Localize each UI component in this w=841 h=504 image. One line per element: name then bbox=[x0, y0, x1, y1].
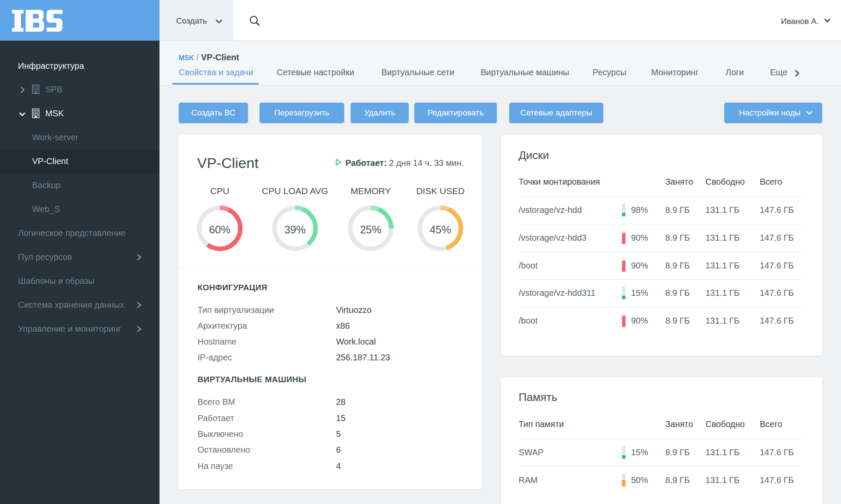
svg-text:45%: 45% bbox=[430, 224, 451, 236]
svg-text:60%: 60% bbox=[209, 224, 230, 236]
svg-text:39%: 39% bbox=[284, 224, 306, 236]
svg-text:25%: 25% bbox=[360, 224, 381, 236]
